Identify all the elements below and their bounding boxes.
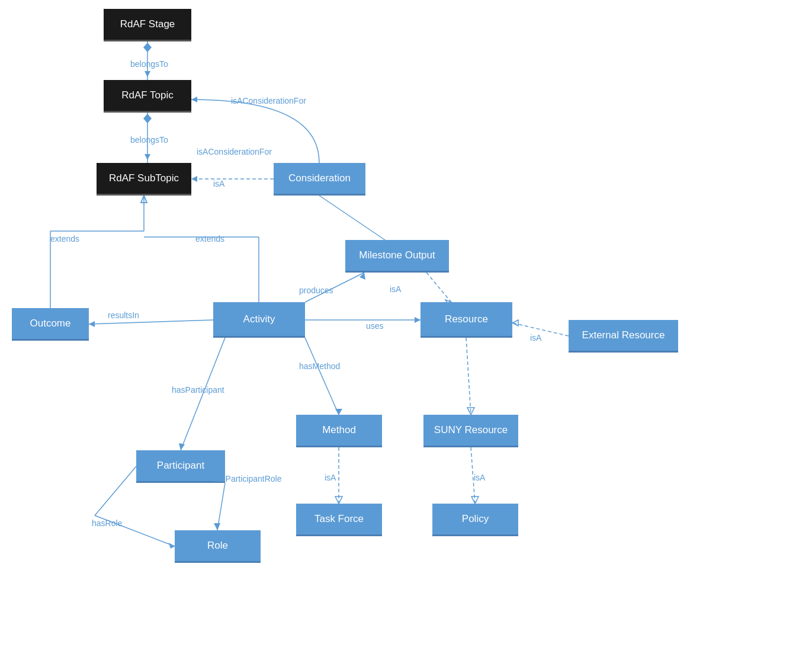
svg-marker-6 (191, 97, 197, 103)
has-participant-label: hasParticipant (172, 385, 224, 395)
svg-marker-34 (169, 543, 175, 549)
diagram-container: RdAF Stage RdAF Topic RdAF SubTopic Cons… (0, 0, 812, 663)
extends-1-label: extends (50, 234, 79, 244)
milestone-output-label: Milestone Output (359, 249, 435, 261)
outcome-label: Outcome (30, 318, 71, 329)
consideration-label: Consideration (288, 172, 351, 184)
svg-marker-25 (512, 320, 518, 326)
suny-resource-node: SUNY Resource (423, 415, 518, 447)
policy-label: Policy (462, 513, 489, 525)
svg-line-28 (181, 338, 225, 450)
belongs-to-1-label: belongsTo (130, 59, 168, 69)
svg-marker-8 (191, 176, 197, 182)
extends-2-label: extends (195, 234, 224, 244)
svg-line-41 (319, 196, 385, 240)
svg-marker-40 (471, 497, 479, 504)
uses-label: uses (366, 321, 384, 331)
results-in-label: resultsIn (108, 310, 139, 320)
role-node: Role (175, 530, 261, 563)
svg-marker-36 (335, 497, 342, 504)
svg-marker-29 (179, 443, 185, 450)
svg-line-37 (466, 338, 471, 415)
svg-line-16 (305, 273, 364, 302)
svg-marker-5 (143, 114, 152, 123)
svg-marker-4 (145, 154, 150, 160)
is-consideration-for-1-label: isAConsiderationFor (231, 96, 306, 105)
task-force-label: Task Force (314, 513, 364, 525)
resource-node: Resource (421, 302, 512, 338)
milestone-output-node: Milestone Output (345, 240, 449, 273)
activity-node: Activity (213, 302, 305, 338)
svg-marker-38 (467, 408, 474, 415)
is-a-method-label: isA (325, 473, 336, 482)
produces-label: produces (299, 286, 333, 295)
svg-line-22 (426, 273, 451, 302)
rdaf-topic-node: RdAF Topic (104, 80, 191, 113)
svg-line-24 (512, 323, 569, 336)
is-a-suny-label: isA (474, 473, 485, 482)
participant-label: Participant (157, 460, 204, 472)
role-label: Role (207, 540, 228, 552)
has-method-label: hasMethod (299, 361, 340, 371)
svg-marker-1 (145, 71, 150, 77)
external-resource-label: External Resource (582, 329, 665, 341)
outcome-node: Outcome (12, 308, 89, 341)
svg-line-33 (95, 515, 175, 546)
svg-marker-17 (360, 273, 365, 280)
is-consideration-for-2-label: isAConsiderationFor (197, 147, 272, 156)
belongs-to-2-label: belongsTo (130, 135, 168, 145)
is-a-resource-label: isA (390, 284, 401, 294)
svg-line-39 (471, 447, 475, 504)
rdaf-stage-label: RdAF Stage (120, 18, 175, 30)
has-role-label: hasRole (92, 518, 122, 528)
suny-resource-label: SUNY Resource (434, 424, 508, 436)
svg-marker-12 (141, 196, 147, 203)
participant-node: Participant (136, 450, 225, 483)
rdaf-stage-node: RdAF Stage (104, 9, 191, 41)
svg-marker-15 (141, 196, 147, 203)
svg-marker-31 (214, 523, 220, 530)
svg-marker-27 (335, 409, 342, 415)
svg-marker-19 (415, 317, 421, 323)
svg-marker-2 (143, 43, 152, 52)
svg-line-20 (89, 320, 213, 324)
method-label: Method (322, 424, 356, 436)
activity-label: Activity (243, 313, 275, 325)
svg-line-32 (95, 466, 136, 515)
method-node: Method (296, 415, 382, 447)
svg-line-26 (305, 338, 339, 415)
resource-label: Resource (445, 313, 488, 325)
policy-node: Policy (432, 504, 518, 536)
rdaf-subtopic-label: RdAF SubTopic (109, 172, 179, 184)
is-a-label: isA (213, 179, 224, 188)
task-force-node: Task Force (296, 504, 382, 536)
svg-line-30 (217, 483, 225, 530)
rdaf-subtopic-node: RdAF SubTopic (97, 163, 191, 196)
rdaf-topic-label: RdAF Topic (121, 89, 174, 101)
is-a-external-label: isA (530, 333, 541, 342)
svg-marker-21 (89, 321, 95, 327)
consideration-node: Consideration (274, 163, 365, 196)
external-resource-node: External Resource (569, 320, 678, 353)
